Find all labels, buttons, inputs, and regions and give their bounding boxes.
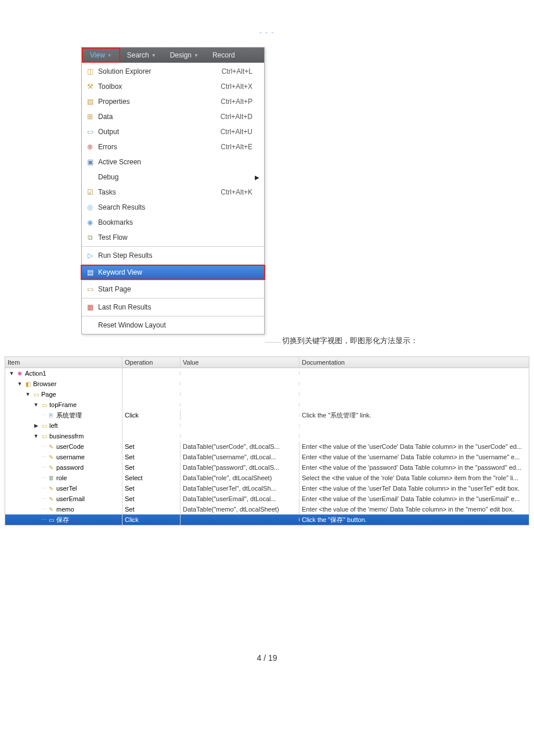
cell-operation	[122, 403, 181, 406]
page-footer: 4 / 19	[0, 653, 534, 680]
menu-search-label: Search	[127, 51, 149, 59]
chevron-down-icon: ▼	[151, 53, 156, 58]
tree-expander-icon[interactable]: ▼	[33, 433, 39, 439]
cell-value	[181, 518, 300, 521]
table-row[interactable]: ⋯✎usernameSetDataTable("username", dtLoc…	[5, 452, 529, 462]
tree-expander-icon[interactable]: ▶	[33, 423, 39, 429]
tree-line-icon: ⋯	[41, 506, 46, 512]
table-row[interactable]: ⋯✎memoSetDataTable("memo", dtLocalSheet)…	[5, 504, 529, 514]
node-label: Action1	[25, 370, 46, 377]
search-results-icon: ◎	[82, 203, 98, 211]
menu-item-reset-window-layout[interactable]: Reset Window Layout	[82, 318, 264, 333]
table-row[interactable]: ⋯✎userCodeSetDataTable("userCode", dtLoc…	[5, 441, 529, 452]
cell-item: ▼▭businessfrm	[5, 431, 122, 441]
tree-expander-icon[interactable]: ▼	[25, 391, 31, 397]
menu-separator	[82, 316, 264, 316]
cell-operation: Set	[122, 452, 181, 462]
cell-item: ⋯✎userTel	[5, 483, 122, 494]
cell-documentation	[300, 434, 529, 438]
table-row[interactable]: ⋯≣roleSelectDataTable("role", dtLocalShe…	[5, 473, 529, 483]
table-row[interactable]: ⋯✎passwordSetDataTable("password", dtLoc…	[5, 462, 529, 473]
menu-view[interactable]: View ▼	[82, 48, 120, 63]
cell-value: DataTable("userTel", dtLocalSh...	[181, 483, 300, 494]
menu-item-solution-explorer[interactable]: ◫ Solution Explorer Ctrl+Alt+L	[82, 64, 264, 79]
col-header-value[interactable]: Value	[181, 357, 300, 368]
tree-line-icon: ⋯	[41, 412, 46, 418]
cell-operation: Set	[122, 462, 181, 473]
col-header-documentation[interactable]: Documentation	[300, 357, 529, 368]
menu-item-test-flow[interactable]: ⧉ Test Flow	[82, 230, 264, 245]
table-row[interactable]: ⋯✎userTelSetDataTable("userTel", dtLocal…	[5, 483, 529, 494]
node-label: left	[49, 422, 58, 429]
cell-documentation: Enter <the value of the 'userCode' Data …	[300, 441, 529, 452]
cell-operation	[122, 382, 181, 386]
node-icon: ▭	[47, 517, 55, 523]
menu-item-data[interactable]: ⊞ Data Ctrl+Alt+D	[82, 109, 264, 124]
table-row[interactable]: ▼◧Browser	[5, 379, 529, 389]
menu-item-last-run-results[interactable]: ▦ Last Run Results	[82, 300, 264, 315]
node-label: Page	[41, 391, 56, 398]
menu-design[interactable]: Design ▼	[163, 48, 205, 63]
table-row[interactable]: ⋯✎userEmailSetDataTable("userEmail", dtL…	[5, 494, 529, 504]
menu-search[interactable]: Search ▼	[120, 48, 163, 63]
menu-item-output[interactable]: ▭ Output Ctrl+Alt+U	[82, 124, 264, 139]
menu-item-label: Bookmarks	[98, 218, 259, 226]
menu-item-start-page[interactable]: ▭ Start Page	[82, 282, 264, 297]
menu-item-properties[interactable]: ▤ Properties Ctrl+Alt+P	[82, 94, 264, 109]
caption-row: 切换到关键字视图，即图形化方法显示：	[0, 336, 534, 346]
cell-item: ▼◧Browser	[5, 379, 122, 389]
cell-item: ▼▭topFrame	[5, 399, 122, 410]
menu-item-label: Output	[98, 128, 221, 136]
cell-value	[181, 413, 300, 417]
table-row[interactable]: ▼✱Action1	[5, 368, 529, 379]
table-row[interactable]: ▶▭left	[5, 420, 529, 431]
menu-item-keyword-view[interactable]: ▤ Keyword View	[81, 265, 265, 280]
menu-separator	[82, 280, 264, 280]
menu-item-shortcut: Ctrl+Alt+U	[221, 128, 259, 136]
cell-documentation: Click the "系统管理" link.	[300, 409, 529, 422]
col-header-operation[interactable]: Operation	[122, 357, 181, 368]
node-icon: ✎	[47, 506, 55, 513]
table-row[interactable]: ▼▭topFrame	[5, 399, 529, 410]
menu-item-label: Last Run Results	[98, 303, 259, 311]
menu-design-label: Design	[170, 51, 192, 59]
node-label: Browser	[33, 380, 56, 387]
cell-documentation	[300, 424, 529, 427]
cell-operation: Set	[122, 441, 181, 452]
table-row[interactable]: ⋯⎘系统管理ClickClick the "系统管理" link.	[5, 410, 529, 420]
menu-item-shortcut: Ctrl+Alt+K	[221, 188, 259, 196]
table-row[interactable]: ▼▭businessfrm	[5, 431, 529, 441]
menu-item-debug[interactable]: Debug ▶	[82, 170, 264, 185]
tree-expander-icon[interactable]: ▼	[9, 370, 15, 376]
menu-item-active-screen[interactable]: ▣ Active Screen	[82, 154, 264, 170]
chevron-down-icon: ▼	[107, 53, 112, 58]
table-row[interactable]: ▼▭Page	[5, 389, 529, 399]
cell-item: ▼✱Action1	[5, 368, 122, 379]
tree-line-icon: ⋯	[41, 475, 46, 481]
tree-line-icon: ⋯	[41, 517, 46, 523]
menu-item-search-results[interactable]: ◎ Search Results	[82, 200, 264, 215]
menu-item-errors[interactable]: ⊗ Errors Ctrl+Alt+E	[82, 139, 264, 154]
table-row[interactable]: ⋯▭保存ClickClick the "保存" button.	[5, 514, 529, 525]
menu-record[interactable]: Record	[205, 48, 242, 63]
cell-operation: Set	[122, 504, 181, 514]
submenu-arrow-icon: ▶	[255, 174, 259, 181]
cell-item: ⋯✎memo	[5, 504, 122, 514]
tree-expander-icon[interactable]: ▼	[33, 402, 39, 408]
cell-value	[181, 424, 300, 427]
cell-operation	[122, 434, 181, 438]
node-icon: ⎘	[47, 412, 55, 419]
menu-item-tasks[interactable]: ☑ Tasks Ctrl+Alt+K	[82, 185, 264, 200]
menu-item-bookmarks[interactable]: ◉ Bookmarks	[82, 215, 264, 230]
chevron-down-icon: ▼	[194, 53, 199, 58]
col-header-item[interactable]: Item	[5, 357, 122, 368]
node-icon: ✎	[47, 454, 55, 460]
menu-separator	[82, 246, 264, 247]
menu-item-label: Toolbox	[98, 82, 221, 91]
menu-item-run-step-results[interactable]: ▷ Run Step Results	[82, 248, 264, 263]
menu-separator	[82, 298, 264, 298]
tree-expander-icon[interactable]: ▼	[17, 381, 23, 387]
menu-item-label: Keyword View	[98, 268, 259, 276]
cell-value	[181, 403, 300, 406]
menu-item-toolbox[interactable]: ⚒ Toolbox Ctrl+Alt+X	[82, 79, 264, 94]
